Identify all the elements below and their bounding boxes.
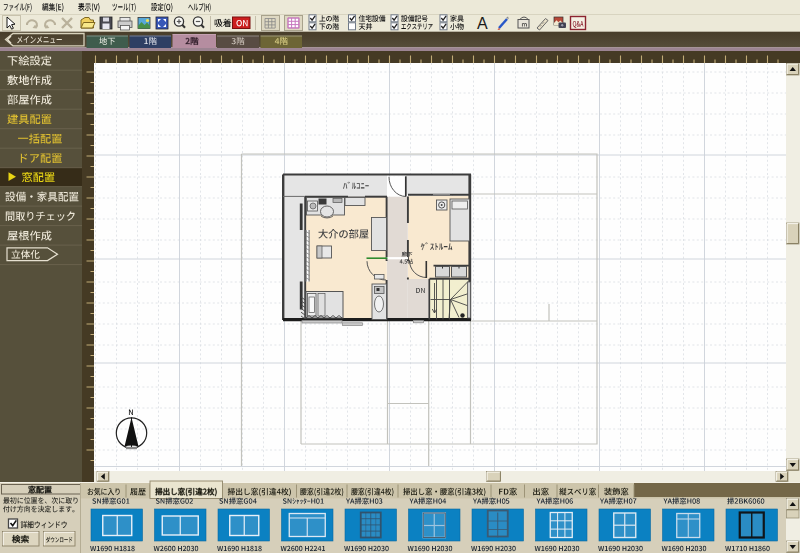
svg-text:A: A [477,15,488,32]
